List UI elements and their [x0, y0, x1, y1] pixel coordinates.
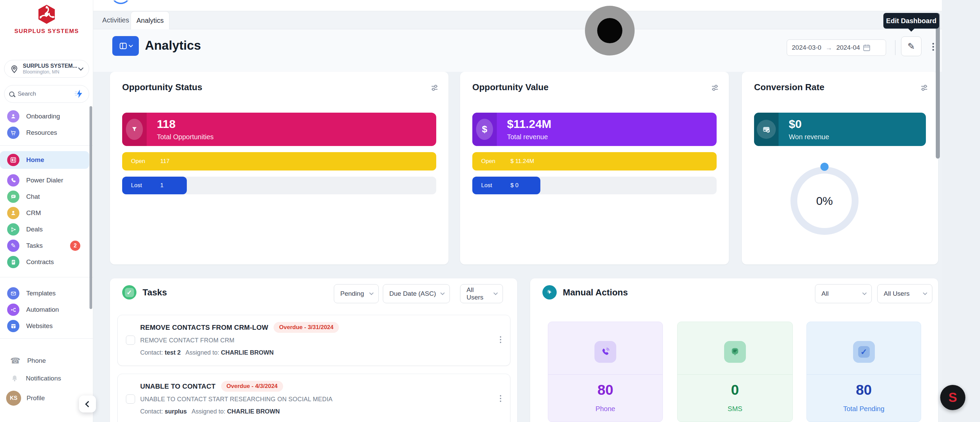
sidebar-item-automation[interactable]: Automation — [0, 302, 89, 317]
main-scrollbar[interactable] — [936, 13, 940, 159]
bell-icon — [10, 374, 19, 382]
task-description: UNABLE TO CONTACT START RESEARCHING ON S… — [140, 396, 332, 403]
partial-avatar-ring-progress — [111, 0, 130, 4]
sms-count: 0 — [678, 382, 792, 398]
chat-widget-button[interactable]: S — [940, 385, 966, 410]
chevron-down-icon — [369, 291, 374, 295]
cart-icon — [7, 127, 19, 139]
sliders-icon[interactable] — [711, 83, 719, 92]
sidebar-item-resources[interactable]: Resources — [0, 125, 89, 140]
sidebar-item-deals[interactable]: Deals — [0, 222, 89, 237]
brand-name: SURPLUS SYSTEMS — [0, 28, 93, 35]
quick-actions-bolt-icon[interactable] — [74, 89, 84, 99]
workflow-icon — [7, 304, 19, 316]
sidebar-search[interactable] — [4, 85, 89, 103]
task-checkbox[interactable] — [126, 336, 135, 345]
person-icon — [7, 110, 19, 123]
conversion-rate-card: Conversion Rate $0 Won revenue 0% — [742, 72, 938, 264]
chevron-down-icon — [129, 43, 133, 47]
page-header: Analytics 2024-03-0 → 2024-04 ✎ — [93, 29, 942, 72]
chevron-left-icon — [85, 401, 91, 407]
sms-label: SMS — [678, 405, 792, 413]
surplus-logo-mark: S — [948, 390, 957, 405]
sidebar-item-crm[interactable]: CRM — [0, 205, 89, 221]
sidebar-scrollbar[interactable] — [89, 106, 92, 309]
task-item[interactable]: UNABLE TO CONTACT Overdue - 4/3/2024 UNA… — [118, 374, 511, 422]
sidebar-item-contracts[interactable]: Contracts — [0, 255, 89, 269]
open-bar: Open 117 — [122, 152, 436, 170]
check-square-icon: ✓ — [853, 341, 875, 363]
task-meta: Contact: surplus Assigned to: CHARLIE BR… — [140, 408, 280, 415]
won-revenue-banner: $0 Won revenue — [754, 113, 926, 146]
sidebar-item-profile[interactable]: KS Profile — [0, 389, 89, 408]
wallet-check-icon — [757, 120, 776, 139]
total-pending-label: Total Pending — [807, 405, 921, 413]
tasks-status-filter[interactable]: Pending — [334, 284, 379, 303]
home-dashboard-icon — [7, 154, 19, 166]
tasks-sort-filter[interactable]: Due Date (ASC) — [383, 284, 450, 303]
sidebar-item-power-dialer[interactable]: Power Dialer — [0, 173, 89, 188]
sidebar-item-onboarding[interactable]: Onboarding — [0, 109, 89, 124]
divider — [807, 374, 921, 375]
manual-actions-phone-tile: 80 Phone — [548, 322, 663, 422]
manual-actions-icon — [542, 285, 557, 299]
task-more-menu[interactable] — [500, 395, 501, 397]
edit-dashboard-tooltip: Edit Dashboard — [883, 13, 939, 29]
date-range-picker[interactable]: 2024-03-0 → 2024-04 — [787, 40, 886, 56]
manual-actions-user-filter[interactable]: All Users — [877, 284, 932, 303]
sliders-icon[interactable] — [920, 83, 929, 92]
sidebar-item-templates[interactable]: Templates — [0, 286, 89, 301]
calendar-icon — [862, 43, 871, 52]
task-more-menu[interactable] — [500, 336, 501, 338]
tab-activities[interactable]: Activities — [100, 11, 131, 29]
overdue-badge: Overdue - 3/31/2024 — [274, 322, 339, 333]
tab-analytics[interactable]: Analytics — [130, 11, 169, 30]
kebab-icon — [500, 395, 501, 397]
kebab-icon — [500, 336, 501, 338]
open-bar: Open $ 11.24M — [472, 152, 717, 170]
location-switcher[interactable]: SURPLUS SYSTEM... Bloomington, MN — [4, 60, 89, 78]
sidebar-item-home[interactable]: Home — [0, 153, 89, 167]
tasks-section: ✓ Tasks Pending Due Date (ASC) All Users… — [110, 279, 517, 422]
task-title: REMOVE CONTACTS FROM CRM-LOW — [140, 324, 268, 331]
location-name: SURPLUS SYSTEM... — [23, 63, 79, 69]
sidebar-item-websites[interactable]: Websites — [0, 318, 89, 333]
browser-window-icon — [7, 320, 19, 332]
tab-strip: Activities Analytics — [93, 11, 942, 29]
sidebar-item-phone[interactable]: ☎ Phone — [0, 353, 89, 368]
kebab-icon — [932, 43, 934, 45]
date-from[interactable]: 2024-03-0 — [792, 44, 821, 51]
sliders-icon[interactable] — [430, 83, 439, 92]
sidebar-item-notifications[interactable]: Notifications — [0, 371, 89, 386]
sidebar-item-chat[interactable]: Chat — [0, 189, 89, 204]
funnel-icon — [126, 119, 143, 140]
lost-bar-track: Lost $ 0 — [472, 177, 717, 194]
location-pin-icon — [9, 64, 19, 74]
task-checkbox[interactable] — [126, 395, 135, 404]
manual-actions-type-filter[interactable]: All — [815, 284, 872, 303]
total-revenue-label: Total revenue — [507, 133, 548, 141]
dashboard-switcher-button[interactable] — [112, 36, 139, 56]
contact-person-icon — [7, 207, 19, 219]
lost-bar: Lost 1 — [122, 177, 187, 194]
total-revenue-banner: $ $11.24M Total revenue — [472, 113, 717, 146]
conversion-gauge-value: 0% — [816, 194, 833, 208]
tasks-title: Tasks — [143, 287, 167, 298]
search-input[interactable] — [18, 91, 69, 97]
tasks-user-filter[interactable]: All Users — [460, 284, 503, 303]
sidebar-item-tasks[interactable]: ✎ Tasks 2 — [0, 238, 89, 253]
conversion-gauge: 0% — [791, 167, 859, 235]
sidebar: SURPLUS SYSTEMS SURPLUS SYSTEM... Bloomi… — [0, 0, 93, 422]
won-revenue-label: Won revenue — [789, 133, 829, 141]
date-to[interactable]: 2024-04 — [837, 44, 860, 51]
task-item[interactable]: REMOVE CONTACTS FROM CRM-LOW Overdue - 3… — [118, 315, 511, 366]
tasks-count-badge: 2 — [70, 240, 80, 251]
chevron-down-icon — [78, 65, 84, 70]
sidebar-collapse-button[interactable] — [79, 395, 96, 412]
chevron-down-icon — [923, 291, 927, 295]
layout-icon — [119, 41, 127, 50]
task-title: UNABLE TO CONTACT — [140, 382, 216, 390]
surplus-systems-logo-icon — [36, 3, 57, 25]
header-more-menu[interactable] — [932, 43, 934, 45]
edit-dashboard-button[interactable]: ✎ — [901, 37, 921, 56]
